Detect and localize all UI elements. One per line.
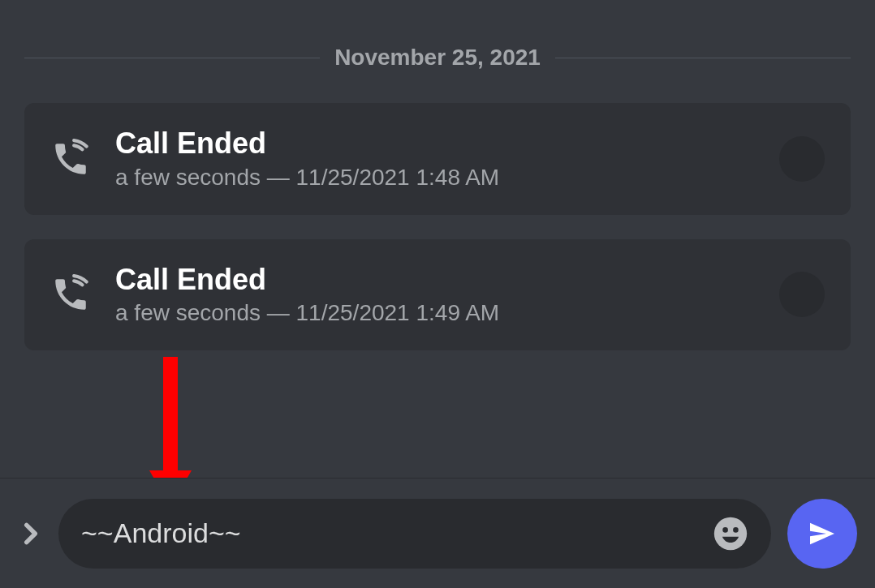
call-ended-card[interactable]: Call Ended a few seconds — 11/25/2021 1:… xyxy=(24,239,851,351)
svg-point-4 xyxy=(733,527,739,533)
send-button[interactable] xyxy=(787,499,857,569)
emoji-icon[interactable] xyxy=(713,516,748,552)
message-input-container[interactable]: ~~Android~~ xyxy=(58,499,771,569)
call-title: Call Ended xyxy=(115,264,779,296)
phone-call-icon xyxy=(50,274,91,315)
message-composer: ~~Android~~ xyxy=(0,478,875,588)
message-input[interactable]: ~~Android~~ xyxy=(81,517,713,549)
date-divider-label: November 25, 2021 xyxy=(320,45,555,71)
svg-point-2 xyxy=(714,517,747,549)
call-subtitle: a few seconds — 11/25/2021 1:48 AM xyxy=(115,165,779,191)
svg-point-3 xyxy=(722,527,728,533)
expand-chevron-icon[interactable] xyxy=(18,521,44,547)
call-action-dot[interactable] xyxy=(779,272,825,317)
divider-line-left xyxy=(24,58,320,58)
call-text-block: Call Ended a few seconds — 11/25/2021 1:… xyxy=(115,127,779,191)
call-action-dot[interactable] xyxy=(779,136,825,182)
call-title: Call Ended xyxy=(115,127,779,160)
send-icon xyxy=(806,517,838,550)
date-divider: November 25, 2021 xyxy=(24,45,851,71)
call-ended-card[interactable]: Call Ended a few seconds — 11/25/2021 1:… xyxy=(24,103,851,215)
divider-line-right xyxy=(555,58,851,58)
call-subtitle: a few seconds — 11/25/2021 1:49 AM xyxy=(115,300,779,326)
phone-call-icon xyxy=(50,139,91,179)
call-text-block: Call Ended a few seconds — 11/25/2021 1:… xyxy=(115,264,779,327)
